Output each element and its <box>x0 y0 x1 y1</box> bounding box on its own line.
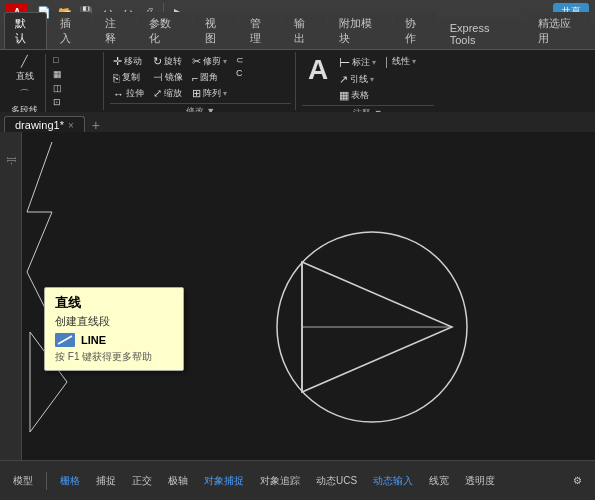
modify-move-btn[interactable]: ✛ 移动 <box>110 54 147 69</box>
tab-parametric[interactable]: 参数化 <box>138 12 191 49</box>
status-model[interactable]: 模型 <box>8 472 38 490</box>
annotation-leader-btn[interactable]: ↗ 引线 ▾ <box>336 72 379 87</box>
ribbon-content: ╱ 直线 ⌒ 多段线 ○ 圆 ⌢ 圆弧 □ ▦ <box>0 50 595 112</box>
modify-rotate-btn[interactable]: ↻ 旋转 <box>150 54 186 69</box>
draw-hatch-btn[interactable]: ▦ <box>50 68 65 80</box>
modify-array-btn[interactable]: ⊞ 阵列 ▾ <box>189 86 230 101</box>
tooltip-title: 直线 <box>55 294 173 312</box>
modify-fillet-btn[interactable]: ⌐ 圆角 <box>189 70 230 85</box>
annotation-table-btn[interactable]: ▦ 表格 <box>336 88 379 103</box>
modify-extra1-btn[interactable]: C <box>233 67 247 79</box>
status-dynin[interactable]: 动态输入 <box>368 472 418 490</box>
tooltip-line-icon <box>55 333 75 347</box>
ribbon-tab-bar: 默认 插入 注释 参数化 视图 管理 输出 附加模块 协作 Express To… <box>0 24 595 50</box>
modify-trim-btn[interactable]: ✂ 修剪 ▾ <box>189 54 230 69</box>
tooltip-icon-row: LINE <box>55 333 173 347</box>
command-tooltip: 直线 创建直线段 LINE 按 F1 键获得更多帮助 <box>44 287 184 371</box>
drawing-tabs: drawing1* × + <box>0 112 595 134</box>
draw-gradient-btn[interactable]: ◫ <box>50 82 65 94</box>
modify-mirror-btn[interactable]: ⊣ 镜像 <box>150 70 186 85</box>
ribbon-group-draw: ╱ 直线 ⌒ 多段线 ○ 圆 ⌢ 圆弧 □ ▦ <box>4 52 104 110</box>
tab-output[interactable]: 输出 <box>283 12 326 49</box>
status-grid[interactable]: 栅格 <box>55 472 85 490</box>
status-polar[interactable]: 极轴 <box>163 472 193 490</box>
ribbon-group-annotation: A ⊢ 标注 ▾ ↗ 引线 ▾ ▦ 表格 │ <box>298 52 438 110</box>
status-gear[interactable]: ⚙ <box>568 473 587 488</box>
modify-copy-btn[interactable]: ⎘ 复制 <box>110 70 147 85</box>
status-sep1 <box>46 472 47 490</box>
left-toolbar: -][ <box>0 132 22 460</box>
draw-line-btn[interactable]: ╱ 直线 <box>8 54 41 84</box>
annotation-group-label: 注释 ▼ <box>302 105 434 112</box>
tooltip-help: 按 F1 键获得更多帮助 <box>55 350 173 364</box>
tooltip-description: 创建直线段 <box>55 314 173 329</box>
tab-collaborate[interactable]: 协作 <box>394 12 437 49</box>
status-ortho[interactable]: 正交 <box>127 472 157 490</box>
tab-express-tools[interactable]: Express Tools <box>439 18 526 49</box>
draw-boundary-btn[interactable]: ⊡ <box>50 96 65 108</box>
drawing-close-btn[interactable]: × <box>68 120 74 131</box>
draw-rect-btn[interactable]: □ <box>50 54 65 66</box>
drawing-tab-active[interactable]: drawing1* × <box>4 116 85 133</box>
tab-addons[interactable]: 附加模块 <box>328 12 392 49</box>
tab-default[interactable]: 默认 <box>4 12 47 49</box>
tab-manage[interactable]: 管理 <box>239 12 282 49</box>
tab-view[interactable]: 视图 <box>194 12 237 49</box>
draw-polyline-btn[interactable]: ⌒ 多段线 <box>8 86 41 112</box>
modify-group-label: 修改 ▼ <box>110 103 291 112</box>
tab-insert[interactable]: 插入 <box>49 12 92 49</box>
modify-stretch-btn[interactable]: ↔ 拉伸 <box>110 86 147 101</box>
status-osnap[interactable]: 对象捕捉 <box>199 472 249 490</box>
status-ducs[interactable]: 动态UCS <box>311 472 362 490</box>
modify-scale-btn[interactable]: ⤢ 缩放 <box>150 86 186 101</box>
status-bar: 模型 栅格 捕捉 正交 极轴 对象捕捉 对象追踪 动态UCS 动态输入 线宽 透… <box>0 460 595 500</box>
annotation-dim-btn[interactable]: ⊢ 标注 ▾ <box>336 54 379 71</box>
coord-label: -][ <box>6 157 16 165</box>
tab-featured[interactable]: 精选应用 <box>527 12 591 49</box>
ribbon-group-modify: ✛ 移动 ⎘ 复制 ↔ 拉伸 ↻ 旋转 ⊣ 镜像 ⤢ 缩放 ✂ 修剪 ▾ ⌐ 圆… <box>106 52 296 110</box>
annotation-text-btn[interactable]: A <box>302 54 334 86</box>
svg-line-0 <box>58 336 72 344</box>
status-snap[interactable]: 捕捉 <box>91 472 121 490</box>
status-otrack[interactable]: 对象追踪 <box>255 472 305 490</box>
new-drawing-btn[interactable]: + <box>87 117 105 133</box>
status-lw[interactable]: 线宽 <box>424 472 454 490</box>
tab-annotation[interactable]: 注释 <box>94 12 137 49</box>
canvas-area[interactable]: 直线 创建直线段 LINE 按 F1 键获得更多帮助 <box>22 132 595 460</box>
status-tp[interactable]: 透明度 <box>460 472 500 490</box>
modify-erase-btn[interactable]: ⊂ <box>233 54 247 66</box>
annotation-linear-btn[interactable]: │ 线性 ▾ <box>381 54 419 69</box>
tooltip-command: LINE <box>81 334 106 346</box>
